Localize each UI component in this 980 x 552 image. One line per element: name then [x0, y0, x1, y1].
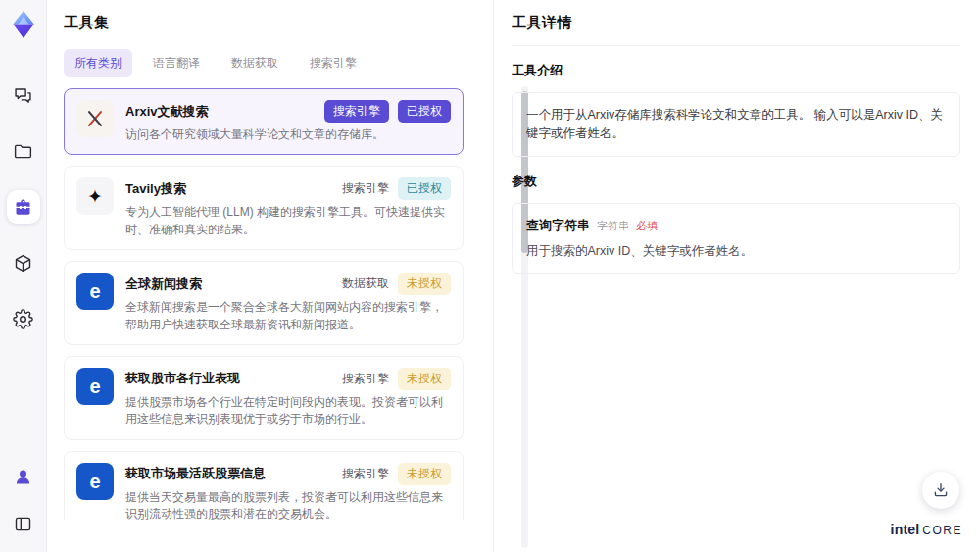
download-button[interactable] [922, 472, 959, 509]
tool-description: 提供当天交易量最高的股票列表，投资者可以利用这些信息来识别流动性强的股票和潜在的… [125, 489, 451, 520]
tab-data-acquisition[interactable]: 数据获取 [220, 49, 289, 77]
tool-description: 专为人工智能代理 (LLM) 构建的搜索引擎工具。可快速提供实时、准确和真实的结… [125, 204, 451, 238]
parameter-type: 字符串 [597, 219, 629, 233]
chat-icon[interactable] [7, 78, 40, 112]
tool-name: 全球新闻搜索 [125, 276, 202, 293]
intro-heading: 工具介绍 [512, 62, 960, 79]
user-avatar-icon[interactable] [7, 460, 40, 493]
rail-bottom [7, 460, 40, 540]
tool-description: 提供股票市场各个行业在特定时间段内的表现。投资者可以利用这些信息来识别表现优于或… [125, 394, 451, 428]
tool-card-tavily[interactable]: ✦ Tavily搜索 搜索引擎 已授权 专为人工智能代理 (LLM) 构建的搜索… [64, 166, 464, 250]
category-label: 搜索引擎 [342, 466, 389, 482]
intel-core-logo: intel CORE [891, 522, 962, 537]
tools-panel: 工具集 所有类别 语言翻译 数据获取 搜索引擎 Arxiv文献搜索 [48, 0, 493, 552]
parameter-required-flag: 必填 [636, 219, 658, 233]
status-badge-authorized: 已授权 [398, 177, 451, 200]
details-panel-title: 工具详情 [512, 14, 960, 32]
category-label: 搜索引擎 [342, 180, 389, 197]
parameter-item: 查询字符串 字符串 必填 用于搜索的Arxiv ID、关键字或作者姓名。 [512, 203, 960, 274]
category-tabs: 所有类别 语言翻译 数据获取 搜索引擎 [64, 49, 493, 77]
toolbox-icon[interactable] [7, 190, 40, 224]
news-app-logo-icon: e [76, 463, 114, 500]
cube-icon[interactable] [7, 246, 40, 279]
tools-panel-title: 工具集 [64, 14, 493, 32]
tool-card-arxiv[interactable]: Arxiv文献搜索 搜索引擎 已授权 访问各个研究领域大量科学论文和文章的存储库… [64, 88, 464, 155]
parameter-name: 查询字符串 [526, 217, 590, 234]
tool-list: Arxiv文献搜索 搜索引擎 已授权 访问各个研究领域大量科学论文和文章的存储库… [64, 88, 493, 520]
tool-name: Tavily搜索 [125, 180, 186, 198]
tab-search-engine[interactable]: 搜索引擎 [299, 49, 368, 77]
tool-card-sector-performance[interactable]: e 获取股市各行业表现 搜索引擎 未授权 提供股票市场各个行业在特定时间段内的表… [64, 356, 464, 440]
status-badge-unauthorized: 未授权 [398, 368, 451, 390]
left-rail [0, 0, 47, 552]
intel-wordmark: intel [891, 522, 920, 537]
category-badge: 搜索引擎 [324, 100, 389, 123]
status-badge-unauthorized: 未授权 [398, 273, 451, 295]
tab-all-categories[interactable]: 所有类别 [64, 49, 132, 77]
tab-language-translation[interactable]: 语言翻译 [142, 49, 211, 77]
tool-card-most-active-stocks[interactable]: e 获取市场最活跃股票信息 搜索引擎 未授权 提供当天交易量最高的股票列表，投资… [64, 451, 464, 520]
params-heading: 参数 [512, 173, 960, 190]
tool-description: 全球新闻搜索是一个聚合全球各大新闻网站内容的搜索引擎，帮助用户快速获取全球最新资… [125, 299, 451, 333]
tool-description: 访问各个研究领域大量科学论文和文章的存储库。 [125, 126, 451, 143]
tool-card-global-news[interactable]: e 全球新闻搜索 数据获取 未授权 全球新闻搜索是一个聚合全球各大新闻网站内容的… [64, 261, 464, 345]
core-wordmark: CORE [922, 524, 962, 537]
details-panel: 工具详情 工具介绍 一个用于从Arxiv存储库搜索科学论文和文章的工具。 输入可… [494, 0, 980, 552]
arxiv-logo-icon [76, 100, 114, 137]
panel-toggle-icon[interactable] [7, 507, 40, 540]
app-logo-icon[interactable] [9, 10, 38, 39]
intro-text-box: 一个用于从Arxiv存储库搜索科学论文和文章的工具。 输入可以是Arxiv ID… [512, 92, 960, 157]
tavily-logo-icon: ✦ [76, 177, 114, 215]
app-window: 工具集 所有类别 语言翻译 数据获取 搜索引擎 Arxiv文献搜索 [0, 0, 980, 552]
status-badge-authorized: 已授权 [398, 100, 451, 123]
category-label: 数据获取 [342, 276, 389, 292]
rail-nav [7, 78, 40, 335]
tool-name: 获取股市各行业表现 [125, 370, 240, 387]
settings-gear-icon[interactable] [7, 302, 40, 335]
news-app-logo-icon: e [76, 273, 114, 310]
parameter-description: 用于搜索的Arxiv ID、关键字或作者姓名。 [526, 243, 946, 260]
tool-name: 获取市场最活跃股票信息 [125, 465, 266, 482]
news-app-logo-icon: e [76, 368, 114, 405]
status-badge-unauthorized: 未授权 [398, 463, 451, 485]
tool-name: Arxiv文献搜索 [125, 103, 209, 121]
folder-icon[interactable] [7, 134, 40, 168]
category-label: 搜索引擎 [342, 371, 389, 387]
